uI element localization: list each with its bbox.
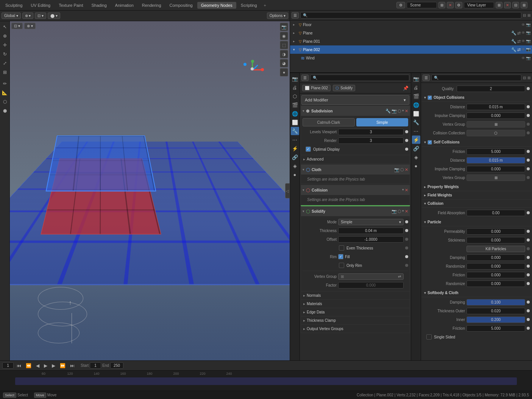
- current-frame-field[interactable]: 1: [2, 362, 14, 369]
- even-thickness-dot[interactable]: [405, 246, 408, 249]
- pin-button[interactable]: 📌: [403, 86, 409, 91]
- particles-props-tab[interactable]: ⋯: [291, 136, 299, 144]
- end-frame-field[interactable]: 250: [110, 362, 123, 369]
- phys-filter[interactable]: ⊟: [523, 76, 526, 80]
- plane001-link-icon[interactable]: ⇄: [517, 39, 521, 44]
- only-rim-dot[interactable]: [405, 264, 408, 267]
- render-value[interactable]: 3: [338, 137, 404, 144]
- field-absorption-value[interactable]: 0.00: [466, 210, 525, 216]
- add-workspace-button[interactable]: +: [262, 2, 268, 9]
- phys-data-tab[interactable]: ◈: [412, 153, 420, 161]
- visibility-icon[interactable]: 👁: [521, 56, 525, 60]
- offset-value[interactable]: -1.0000: [338, 236, 404, 243]
- delete-view-layer-button[interactable]: ✕: [504, 2, 511, 8]
- tab-compositing[interactable]: Compositing: [166, 2, 197, 9]
- render-settings-icon[interactable]: ⊞: [521, 2, 527, 8]
- modifier-scroll[interactable]: Add Modifier ▾ ▾ ⬢ Subdivision: [300, 94, 411, 360]
- viewport-overlay-dropdown[interactable]: ⊡ ▾: [11, 23, 23, 29]
- thickness-outer-value[interactable]: 0.020: [466, 308, 525, 314]
- measure-tool[interactable]: 📐: [1, 89, 9, 97]
- render-visibility-icon[interactable]: 📷: [526, 23, 530, 27]
- mode-dot[interactable]: [405, 220, 408, 223]
- plane002-link-icon[interactable]: ⇄: [517, 47, 521, 52]
- solidify-menu[interactable]: ▾: [402, 209, 404, 214]
- tab-geometry-nodes[interactable]: Geometry Nodes: [197, 2, 236, 9]
- step-forward-button[interactable]: ▶: [50, 362, 57, 369]
- simple-btn[interactable]: Simple: [356, 118, 409, 126]
- play-button[interactable]: ▶: [42, 362, 49, 369]
- phys-physics-tab[interactable]: ⚡: [412, 136, 420, 144]
- kill-particles-dot[interactable]: [527, 247, 530, 250]
- particle-section-header[interactable]: ▾ Particle: [422, 218, 531, 226]
- property-weights-header[interactable]: ▸ Property Weights: [422, 183, 531, 191]
- snap-settings[interactable]: ⊡ ▾: [35, 12, 46, 19]
- oc-impulse-value[interactable]: 0.000: [466, 112, 525, 119]
- visibility-icon[interactable]: 👁: [521, 23, 525, 27]
- p-randomize2-dot[interactable]: [527, 282, 530, 285]
- solidify-delete[interactable]: ✕: [405, 209, 408, 214]
- viewport-gizmo[interactable]: [242, 59, 263, 80]
- solidify-header[interactable]: ▾ ⬡ Solidify 📷 ⬡ ▾ ✕: [301, 206, 410, 216]
- softbody-cloth-header[interactable]: ▾ Softbody & Cloth: [422, 289, 531, 297]
- quality-value[interactable]: 2: [457, 86, 525, 92]
- sb-friction-value[interactable]: 5.000: [466, 325, 525, 332]
- cursor-tool[interactable]: ⊕: [1, 32, 9, 40]
- vg-input[interactable]: ⊞ ⇄: [338, 273, 404, 280]
- render-icon[interactable]: 📷: [526, 39, 530, 44]
- output-vertex-groups-section[interactable]: ▸ Output Vertex Groups: [301, 324, 410, 333]
- add-tool[interactable]: ⬡: [1, 98, 9, 106]
- collision-section-header[interactable]: ▾ Collision: [422, 200, 531, 208]
- move-tool[interactable]: ✛: [1, 41, 9, 49]
- oc-cc-value[interactable]: ⬡: [466, 130, 525, 136]
- p-friction-dot[interactable]: [527, 273, 530, 276]
- plane002-filter-icon[interactable]: 🔧: [511, 47, 516, 52]
- collision-menu[interactable]: ▾: [402, 188, 404, 193]
- select-tool[interactable]: ↖: [1, 23, 9, 31]
- oc-distance-value[interactable]: 0.015 m: [466, 104, 525, 110]
- phys-menu[interactable]: ☰: [423, 75, 430, 81]
- permeability-value[interactable]: 0.000: [466, 228, 525, 235]
- materials-section[interactable]: ▸ Materials: [301, 299, 410, 308]
- oc-cc-dot[interactable]: [527, 131, 530, 134]
- data-props-tab[interactable]: ◈: [291, 162, 299, 170]
- rim-fill-checkbox[interactable]: [338, 254, 343, 259]
- modifier-type-selector[interactable]: ⬡ Solidify: [333, 85, 355, 91]
- outliner-filter[interactable]: ⊟: [523, 13, 526, 17]
- sb-friction-dot[interactable]: [527, 327, 530, 330]
- viewport-shading-wire[interactable]: ⬚: [280, 41, 288, 49]
- physics-props-tab[interactable]: ⚡: [291, 144, 299, 153]
- outliner-item-floor[interactable]: ▸ ▽ Floor 👁 📷: [290, 20, 532, 29]
- plane-link-icon[interactable]: ⇄: [517, 31, 521, 36]
- tab-uv-editing[interactable]: UV Editing: [27, 2, 54, 9]
- props-search[interactable]: [310, 75, 409, 81]
- mode-select[interactable]: Simple ▾: [338, 219, 404, 225]
- catmull-clark-btn[interactable]: Catmull-Clark: [303, 118, 355, 126]
- viewport-shading-material[interactable]: ◕: [280, 59, 288, 67]
- sc-vg-dot[interactable]: [527, 176, 530, 179]
- permeability-dot[interactable]: [527, 230, 530, 233]
- mod-cam-icon[interactable]: 🔧: [385, 109, 391, 114]
- outliner-item-plane002[interactable]: ▾ ▽ Plane.002 🔧 ⇄ 👁 📷: [290, 45, 532, 54]
- tab-texture-paint[interactable]: Texture Paint: [55, 2, 87, 9]
- plane001-filter-icon[interactable]: 🔧: [511, 39, 516, 44]
- physics-scroll[interactable]: Quality 2 ▾ Object Collisions: [421, 83, 532, 360]
- timeline-track[interactable]: 60 120 140 160 180 200 220 240: [0, 371, 532, 391]
- oc-vg-dot[interactable]: [527, 123, 530, 126]
- phys-particles-tab[interactable]: ⋯: [412, 127, 420, 135]
- sc-impulse-dot[interactable]: [527, 167, 530, 170]
- tab-shading[interactable]: Shading: [87, 2, 110, 9]
- world-props-tab[interactable]: 🌐: [291, 109, 299, 118]
- p-damping-value[interactable]: 0.000: [466, 254, 525, 261]
- scene-name-field[interactable]: Scene: [407, 2, 437, 8]
- levels-dot[interactable]: [405, 130, 408, 133]
- props-menu[interactable]: ☰: [301, 75, 309, 81]
- p-randomize1-value[interactable]: 0.000: [466, 263, 525, 270]
- delete-scene-button[interactable]: ✕: [447, 2, 454, 8]
- mesh-tool[interactable]: ⬢: [1, 107, 9, 115]
- sc-vg-value[interactable]: ⊞: [466, 175, 525, 181]
- jump-start-button[interactable]: ⏮: [15, 362, 23, 369]
- transform-pivot[interactable]: ⊕ ▾: [22, 12, 34, 19]
- filter-icon[interactable]: ⊟: [512, 2, 519, 8]
- render-icon[interactable]: 📷: [526, 47, 530, 52]
- object-collisions-checkbox[interactable]: [427, 95, 432, 100]
